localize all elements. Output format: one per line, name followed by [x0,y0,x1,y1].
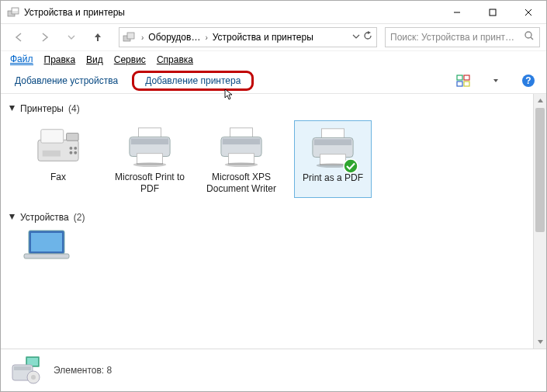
scrollbar[interactable] [533,94,546,349]
maximize-button[interactable] [475,1,511,24]
svg-rect-11 [457,75,462,80]
svg-point-24 [74,151,77,154]
address-refresh-icon[interactable] [362,30,373,44]
printer-label: Fax [50,172,66,183]
details-icon [10,354,43,387]
devices-section-header[interactable]: Устройства (2) [9,212,525,223]
svg-point-40 [344,159,358,173]
default-check-icon [343,158,358,174]
section-devices-count: (2) [74,212,85,223]
svg-rect-12 [464,75,469,80]
printer-label: Print as a PDF [303,172,363,184]
svg-rect-33 [229,154,254,165]
svg-rect-20 [43,151,61,157]
svg-point-22 [74,147,77,150]
svg-rect-13 [457,82,462,86]
menu-tools[interactable]: Сервис [114,54,146,65]
minimize-button[interactable] [439,1,475,24]
search-placeholder: Поиск: Устройства и принт… [390,32,524,43]
breadcrumb-parent[interactable]: Оборудов… [145,30,203,44]
svg-text:?: ? [525,75,531,86]
svg-point-23 [70,151,73,154]
svg-rect-43 [24,254,69,258]
fax-icon [32,123,85,168]
close-button[interactable] [511,1,546,24]
collapse-icon [9,103,16,114]
up-button[interactable] [86,27,109,47]
search-icon [524,30,535,44]
svg-rect-27 [131,138,168,144]
scroll-down-icon[interactable] [534,335,546,349]
svg-rect-2 [12,9,18,11]
svg-rect-32 [223,138,260,144]
scroll-thumb[interactable] [535,108,545,232]
command-bar: Добавление устройства Добавление принтер… [1,68,546,94]
details-pane: Элементов: 8 [1,349,546,391]
menu-view[interactable]: Вид [86,54,103,65]
address-dropdown-icon[interactable] [351,30,361,44]
help-button[interactable]: ? [518,71,538,90]
svg-rect-47 [14,366,31,370]
svg-rect-42 [31,233,62,252]
svg-point-21 [70,147,73,150]
svg-point-49 [31,375,36,380]
view-options-button[interactable] [453,71,473,90]
collapse-icon [9,212,16,223]
svg-rect-28 [137,154,163,165]
scroll-up-icon[interactable] [534,94,546,107]
menu-help[interactable]: Справка [157,54,193,65]
menu-file[interactable]: Файл [10,54,33,65]
recent-button[interactable] [60,27,83,47]
section-printers-label: Принтеры [20,103,64,114]
search-input[interactable]: Поиск: Устройства и принт… [385,27,540,47]
devices-printers-icon [123,31,135,43]
add-device-button[interactable]: Добавление устройства [9,72,124,89]
content-area: Принтеры (4) Fax [1,94,546,349]
printer-icon [215,123,268,168]
printer-item-xps[interactable]: Microsoft XPS Document Writer [203,120,280,198]
svg-rect-8 [127,33,134,39]
forward-button[interactable] [33,27,57,47]
navigation-row: › Оборудов… › Устройства и принтеры Поис… [1,24,546,50]
printer-item-print-as-pdf[interactable]: Print as a PDF [294,120,372,198]
window-title: Устройства и принтеры [24,7,439,18]
printer-item-ms-print-pdf[interactable]: Microsoft Print to PDF [111,120,189,198]
printers-grid: Fax Microsoft Print to PDF [19,120,525,198]
svg-point-34 [225,162,258,167]
menubar: Файл Правка Вид Сервис Справка [1,50,546,68]
section-devices-label: Устройства [20,212,69,223]
details-text: Элементов: 8 [54,365,112,376]
titlebar: Устройства и принтеры [1,1,546,24]
breadcrumb-sep-icon: › [203,33,209,42]
menu-edit[interactable]: Правка [44,54,76,65]
printer-label: Microsoft XPS Document Writer [204,172,279,195]
svg-rect-37 [314,139,351,145]
svg-rect-38 [320,154,346,165]
breadcrumb-current[interactable]: Устройства и принтеры [209,30,317,44]
svg-point-9 [525,32,531,38]
printer-item-fax[interactable]: Fax [19,120,97,198]
svg-rect-4 [490,9,496,16]
address-bar[interactable]: › Оборудов… › Устройства и принтеры [119,27,377,47]
svg-line-10 [531,37,533,40]
add-printer-button[interactable]: Добавление принтера [132,71,254,91]
svg-rect-14 [464,82,469,86]
printers-section-header[interactable]: Принтеры (4) [9,103,525,114]
cursor-icon [223,88,236,101]
window-icon [7,6,19,19]
svg-rect-18 [41,130,64,143]
view-dropdown-icon[interactable] [486,71,506,90]
breadcrumb-sep-icon: › [140,33,145,42]
printer-label: Microsoft Print to PDF [113,172,187,195]
laptop-icon[interactable] [19,229,74,260]
back-button[interactable] [7,27,30,47]
svg-point-29 [133,162,167,167]
svg-rect-19 [67,134,78,141]
devices-grid [19,229,525,263]
section-printers-count: (4) [68,103,80,114]
printer-icon [123,123,176,168]
